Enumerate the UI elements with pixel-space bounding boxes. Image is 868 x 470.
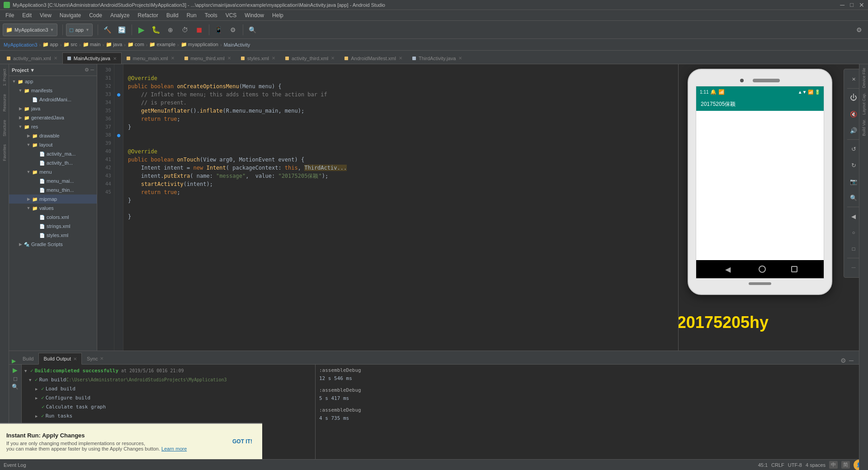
tab-styles-xml[interactable]: styles.xml ✕: [236, 52, 280, 64]
breadcrumb-src[interactable]: 📁src: [63, 42, 77, 47]
settings-button[interactable]: ⚙: [853, 24, 865, 36]
bottom-panel-close-icon[interactable]: ─: [849, 357, 854, 364]
build-filter-button[interactable]: 🔍: [12, 384, 19, 390]
lang-cn2[interactable]: 简: [841, 461, 850, 469]
task-graph-row[interactable]: ✓ Calculate task graph: [22, 403, 315, 412]
tab-close-icon[interactable]: ✕: [54, 56, 57, 61]
run-with-coverage-button[interactable]: ⊕: [164, 24, 177, 36]
build-refresh-button[interactable]: ▶: [13, 366, 18, 374]
tab-activity-third-xml[interactable]: activity_third.xml ✕: [280, 52, 340, 64]
avd-manager-button[interactable]: 📱: [212, 24, 225, 36]
run-build-row[interactable]: ▼ ✓ Run build C:\Users\Administrator\And…: [22, 375, 315, 385]
tree-item-androidmanifest[interactable]: 📄 AndroidMani...: [9, 95, 97, 104]
tree-item-styles[interactable]: 📄 styles.xml: [9, 231, 97, 240]
emulator-content[interactable]: [696, 111, 824, 260]
breadcrumb-main[interactable]: 📁main: [83, 42, 101, 47]
menu-item-view[interactable]: View: [36, 11, 55, 19]
tree-item-res[interactable]: ▼ 📁 res: [9, 122, 97, 131]
tab-close-icon-7[interactable]: ✕: [458, 56, 462, 61]
bottom-tab-sync[interactable]: Sync ✕: [82, 352, 108, 364]
sync-close-icon[interactable]: ✕: [100, 356, 104, 361]
panel-collapse-icon[interactable]: ─: [90, 67, 94, 73]
tree-item-strings[interactable]: 📄 strings.xml: [9, 222, 97, 231]
build-output-close-icon[interactable]: ✕: [73, 356, 77, 361]
run-tasks-row[interactable]: ▶ ✓ Run tasks: [22, 412, 315, 421]
tree-item-values[interactable]: ▼ 📁 values: [9, 204, 97, 213]
lang-cn[interactable]: 中: [829, 461, 838, 469]
tree-item-mipmap[interactable]: ▶ 📁 mipmap: [9, 195, 97, 204]
bottom-tab-build-output[interactable]: Build Output ✕: [38, 353, 82, 365]
stop-button[interactable]: ◼: [193, 24, 206, 36]
tree-item-activity-third[interactable]: 📄 activity_th...: [9, 158, 97, 167]
tree-item-layout[interactable]: ▼ 📁 layout: [9, 140, 97, 149]
tab-close-icon-2[interactable]: ✕: [171, 56, 175, 61]
breadcrumb-com[interactable]: 📁com: [127, 42, 144, 47]
tab-androidmanifest-xml[interactable]: AndroidManifest.xml ✕: [340, 52, 407, 64]
favorites-toggle[interactable]: Favorites: [1, 142, 8, 164]
profile-button[interactable]: ⏱: [179, 24, 191, 36]
build-stop-button[interactable]: ◻: [13, 375, 18, 382]
debug-button[interactable]: 🐛: [150, 24, 162, 36]
breadcrumb-myapplication[interactable]: 📁myapplication: [181, 42, 218, 47]
tab-close-icon-3[interactable]: ✕: [227, 56, 231, 61]
tab-mainactivity-java[interactable]: MainActivity.java ✕: [62, 52, 122, 64]
menu-item-analyze[interactable]: Analyze: [107, 11, 133, 19]
menu-item-code[interactable]: Code: [85, 11, 106, 19]
notification-link[interactable]: Learn more: [161, 446, 187, 451]
build-variants-toggle[interactable]: Build Var.: [861, 117, 867, 138]
menu-item-window[interactable]: Window: [241, 11, 268, 19]
breadcrumb-project[interactable]: MyApplication3: [4, 42, 38, 47]
menu-item-refactor[interactable]: Refactor: [134, 11, 162, 19]
close-button[interactable]: ✕: [859, 1, 864, 9]
tab-close-icon-4[interactable]: ✕: [272, 56, 275, 61]
bottom-panel-settings-icon[interactable]: ⚙: [840, 357, 846, 364]
device-file-explorer-toggle[interactable]: Device File: [861, 66, 867, 90]
tree-item-menu-main[interactable]: 📄 menu_mai...: [9, 176, 97, 185]
tab-menu-main-xml[interactable]: menu_main.xml ✕: [122, 52, 179, 64]
build-status-row[interactable]: ▼ ✓ Build: completed successfully at 201…: [22, 366, 315, 375]
breadcrumb-mainactivity[interactable]: MainActivity: [224, 42, 250, 47]
breadcrumb-java[interactable]: 📁java: [106, 42, 122, 47]
sync-button[interactable]: 🔄: [116, 24, 128, 36]
menu-item-navigate[interactable]: Navigate: [56, 11, 85, 19]
tab-close-icon-active[interactable]: ✕: [113, 56, 117, 61]
menu-item-vcs[interactable]: VCS: [222, 11, 241, 19]
tree-item-menu-third[interactable]: 📄 menu_thin...: [9, 185, 97, 195]
tab-thirdactivity-java[interactable]: ThirdActivity.java ✕: [407, 52, 467, 64]
home-button-emulator[interactable]: [759, 266, 766, 273]
tree-item-activity-main[interactable]: 📄 activity_ma...: [9, 149, 97, 158]
panel-settings-icon[interactable]: ⚙: [85, 67, 89, 73]
maximize-button[interactable]: □: [850, 1, 854, 9]
run-button[interactable]: ▶: [135, 24, 148, 36]
minimize-button[interactable]: ─: [840, 1, 844, 9]
bottom-tab-build[interactable]: Build: [18, 352, 38, 364]
tree-item-menu[interactable]: ▼ 📁 menu: [9, 167, 97, 176]
menu-item-run[interactable]: Run: [183, 11, 200, 19]
menu-item-tools[interactable]: Tools: [201, 11, 221, 19]
got-it-button[interactable]: GOT IT!: [229, 437, 256, 446]
indent-settings[interactable]: 4 spaces: [806, 462, 826, 468]
line-endings[interactable]: CRLF: [771, 462, 784, 468]
breadcrumb-app[interactable]: 📁app: [42, 42, 58, 47]
tree-item-java[interactable]: ▶ 📁 java: [9, 104, 97, 113]
menu-item-file[interactable]: File: [2, 11, 18, 19]
cursor-position[interactable]: 45:1: [758, 462, 768, 468]
tree-item-drawable[interactable]: ▶ 📁 drawable: [9, 131, 97, 140]
tab-close-icon-5[interactable]: ✕: [331, 56, 335, 61]
project-panel-toggle[interactable]: 1: Project: [1, 66, 8, 89]
menu-item-help[interactable]: Help: [269, 11, 287, 19]
structure-toggle[interactable]: Structure: [1, 117, 8, 139]
make-project-button[interactable]: 🔨: [101, 24, 114, 36]
tree-item-manifests[interactable]: ▼ 📁 manifests: [9, 86, 97, 95]
back-button-emulator[interactable]: ◀: [722, 264, 733, 275]
tree-item-app[interactable]: ▼ 📁 app: [9, 77, 97, 86]
file-encoding[interactable]: UTF-8: [788, 462, 802, 468]
menu-item-edit[interactable]: Edit: [19, 11, 35, 19]
recents-button-emulator[interactable]: [791, 266, 797, 272]
tab-menu-third-xml[interactable]: menu_third.xml ✕: [179, 52, 236, 64]
tab-close-icon-6[interactable]: ✕: [399, 56, 402, 61]
module-selector[interactable]: ◻ app ▼: [66, 24, 93, 36]
search-everywhere-button[interactable]: 🔍: [246, 24, 259, 36]
tree-item-gradle[interactable]: ▶ 🔩 Gradle Scripts: [9, 240, 97, 249]
breadcrumb-example[interactable]: 📁example: [149, 42, 175, 47]
